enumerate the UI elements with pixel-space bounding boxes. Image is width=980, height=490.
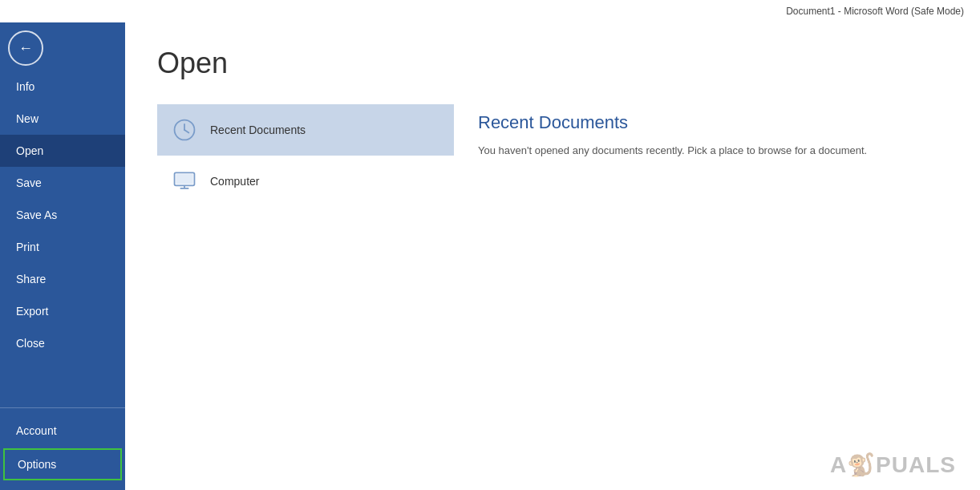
sidebar-item-print[interactable]: Print [0,231,125,263]
main-layout: ← Info New Open Save Save As Print Share [0,22,980,490]
back-button[interactable]: ← [8,30,43,66]
locations-panel: Recent Documents Computer [157,104,454,466]
recent-documents-label: Recent Documents [210,124,306,136]
sidebar-item-options[interactable]: Options [3,448,122,480]
computer-icon [170,167,199,196]
svg-rect-6 [176,174,192,184]
title-bar: Document1 - Microsoft Word (Safe Mode) [0,0,980,22]
recent-documents-description: You haven't opened any documents recentl… [478,143,924,159]
sidebar-divider [0,407,125,408]
title-bar-text: Document1 - Microsoft Word (Safe Mode) [786,6,964,17]
sidebar-item-account[interactable]: Account [0,415,125,447]
watermark: A🐒PUALS [830,452,956,478]
recent-documents-title: Recent Documents [478,112,924,133]
sidebar-item-save[interactable]: Save [0,167,125,199]
content-area: Open Recent Documents [125,22,980,490]
watermark-text: A🐒PUALS [830,452,956,478]
sidebar-bottom: Account Options [0,401,125,490]
sidebar-item-save-as[interactable]: Save As [0,199,125,231]
recent-panel: Recent Documents You haven't opened any … [454,104,948,466]
svg-line-2 [184,130,188,133]
sidebar-item-close[interactable]: Close [0,327,125,359]
sidebar-item-export[interactable]: Export [0,295,125,327]
back-arrow-icon: ← [18,41,33,55]
sidebar-item-share[interactable]: Share [0,263,125,295]
page-title: Open [157,47,948,80]
sidebar-nav: Info New Open Save Save As Print Share E… [0,71,125,490]
sidebar-item-open[interactable]: Open [0,135,125,167]
open-layout: Recent Documents Computer [157,104,948,466]
location-computer[interactable]: Computer [157,156,454,207]
computer-label: Computer [210,175,259,188]
sidebar: ← Info New Open Save Save As Print Share [0,22,125,490]
clock-icon [170,115,199,144]
sidebar-item-new[interactable]: New [0,103,125,135]
location-recent-documents[interactable]: Recent Documents [157,104,454,156]
sidebar-item-info[interactable]: Info [0,71,125,103]
